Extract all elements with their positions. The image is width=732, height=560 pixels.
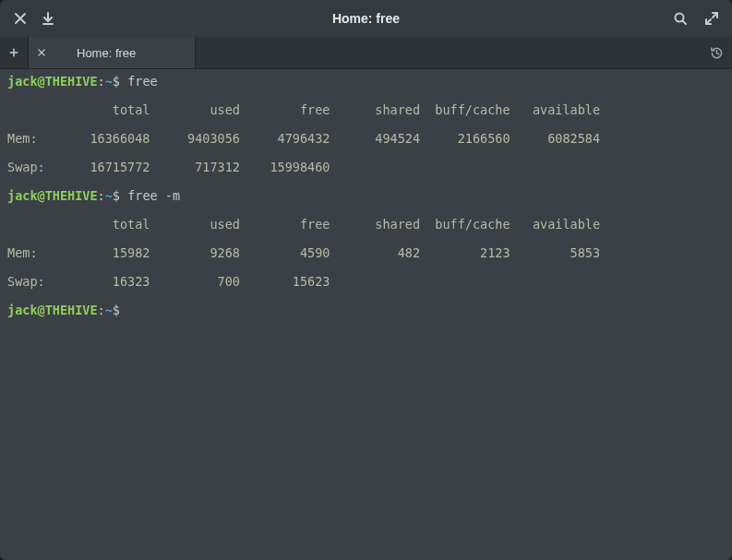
titlebar[interactable]: Home: free bbox=[0, 0, 732, 37]
svg-line-5 bbox=[683, 21, 686, 24]
tab-bar: Home: free bbox=[0, 37, 732, 69]
prompt-line-3: jack@THEHIVE:~$ bbox=[7, 304, 725, 318]
prompt-at: @ bbox=[38, 303, 45, 317]
prompt-colon: : bbox=[98, 303, 105, 317]
titlebar-right-controls bbox=[673, 11, 732, 26]
prompt-user: jack bbox=[7, 74, 38, 89]
prompt-at: @ bbox=[38, 74, 45, 89]
history-icon[interactable] bbox=[701, 37, 732, 68]
prompt-at: @ bbox=[38, 188, 45, 203]
terminal-window: Home: free bbox=[0, 0, 732, 560]
prompt-host: THEHIVE bbox=[45, 74, 98, 89]
new-tab-button[interactable] bbox=[0, 37, 29, 68]
prompt-line-1: jack@THEHIVE:~$ free bbox=[7, 75, 725, 89]
prompt-path: ~ bbox=[105, 188, 113, 203]
titlebar-left-controls bbox=[0, 11, 55, 26]
tab-close-icon[interactable] bbox=[29, 48, 54, 57]
output-header: total used free shared buff/cache availa… bbox=[7, 103, 725, 118]
window-title: Home: free bbox=[0, 11, 732, 26]
prompt-user: jack bbox=[7, 303, 38, 317]
close-icon[interactable] bbox=[13, 11, 28, 26]
svg-point-4 bbox=[676, 14, 684, 22]
output-row-swap: Swap: 16323 700 15623 bbox=[7, 275, 725, 290]
tab-label: Home: free bbox=[54, 46, 195, 60]
output-row-mem: Mem: 15982 9268 4590 482 2123 5853 bbox=[7, 246, 725, 261]
command-text: free -m bbox=[127, 188, 180, 203]
search-icon[interactable] bbox=[673, 11, 688, 26]
tab-home-free[interactable]: Home: free bbox=[29, 37, 196, 68]
prompt-sigil: $ bbox=[113, 303, 120, 317]
output-header: total used free shared buff/cache availa… bbox=[7, 218, 725, 232]
terminal-output[interactable]: jack@THEHIVE:~$ free total used free sha… bbox=[0, 69, 732, 560]
output-row-swap: Swap: 16715772 717312 15998460 bbox=[7, 161, 725, 175]
download-icon[interactable] bbox=[41, 11, 55, 26]
command-text: free bbox=[127, 74, 158, 89]
fullscreen-icon[interactable] bbox=[704, 11, 719, 26]
output-row-mem: Mem: 16366048 9403056 4796432 494524 216… bbox=[7, 132, 725, 147]
prompt-colon: : bbox=[98, 188, 105, 203]
prompt-sigil: $ bbox=[113, 188, 120, 203]
prompt-path: ~ bbox=[105, 303, 113, 317]
prompt-colon: : bbox=[98, 74, 105, 89]
prompt-line-2: jack@THEHIVE:~$ free -m bbox=[7, 189, 725, 204]
prompt-user: jack bbox=[7, 188, 38, 203]
prompt-host: THEHIVE bbox=[45, 188, 98, 203]
prompt-sigil: $ bbox=[113, 74, 120, 89]
prompt-host: THEHIVE bbox=[45, 303, 98, 317]
prompt-path: ~ bbox=[105, 74, 113, 89]
